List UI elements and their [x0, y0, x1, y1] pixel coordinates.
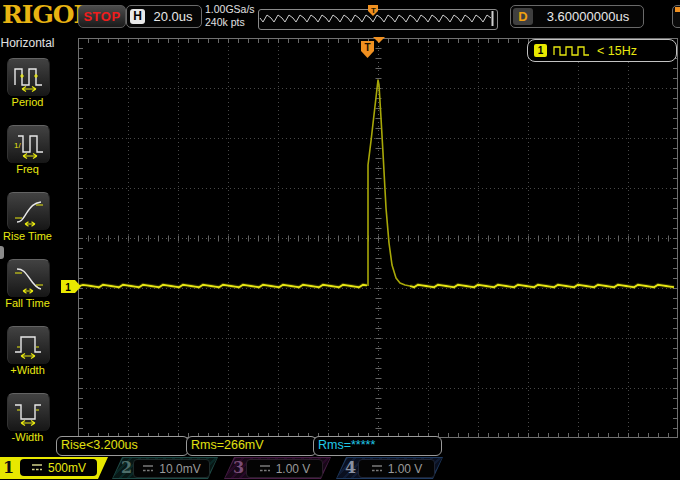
- channel-3-scale: 1.00 V: [276, 462, 311, 476]
- menu-button-rise-time[interactable]: [7, 192, 50, 230]
- menu-button-fall-time[interactable]: [7, 259, 50, 297]
- channel-1-scale-box: 500mV: [20, 459, 97, 476]
- h-badge: H: [130, 9, 145, 24]
- channel-1-number: 1: [3, 457, 14, 479]
- menu-button-plus-width[interactable]: [7, 326, 50, 364]
- channel-4-number: 4: [345, 457, 356, 479]
- channel-3-number: 3: [233, 457, 244, 479]
- oscilloscope-screen: RIGOL STOP H 20.0us 1.00GSa/s 240k pts T…: [0, 0, 680, 480]
- rise-time-icon: [13, 197, 45, 227]
- menu-label-minus-width: -Width: [0, 431, 55, 443]
- dc-coupling-icon: [371, 464, 383, 473]
- menu-label-fall-time: Fall Time: [0, 297, 55, 309]
- delay-value: 3.60000000us: [533, 9, 643, 24]
- channel1-waveform: [78, 38, 678, 438]
- timebase-box: H 20.0us: [126, 5, 202, 28]
- run-state-badge[interactable]: STOP: [78, 5, 126, 28]
- t-letter: T: [364, 42, 370, 53]
- menu-label-rise-time: Rise Time: [0, 230, 55, 242]
- trigger-info-badge-partial: [675, 7, 680, 12]
- menu-label-freq: Freq: [0, 163, 55, 175]
- timebase-value: 20.0us: [145, 9, 201, 24]
- freq-value: < 15Hz: [597, 44, 637, 58]
- channel-2-scale: 10.0mV: [159, 462, 200, 476]
- memory-depth: 240k pts: [205, 16, 255, 29]
- menu-button-period[interactable]: [7, 58, 50, 96]
- minus-width-icon: [13, 398, 45, 428]
- channel-4-scale-box: 1.00 V: [358, 459, 435, 478]
- svg-text:1/: 1/: [14, 141, 21, 150]
- measurement-rms1: Rms=266mV: [186, 436, 317, 456]
- rigol-logo: RIGOL: [2, 0, 90, 29]
- period-icon: [13, 63, 45, 93]
- menu-label-plus-width: +Width: [0, 364, 55, 376]
- sample-rate: 1.00GSa/s: [205, 3, 255, 16]
- channel-4-scale: 1.00 V: [388, 462, 423, 476]
- trigger-t-marker[interactable]: T: [361, 41, 376, 59]
- d-badge: D: [513, 8, 533, 25]
- trigger-position-mini-marker: T: [368, 4, 379, 17]
- menu-button-freq[interactable]: 1/: [7, 125, 50, 163]
- channel-1-scale: 500mV: [48, 461, 86, 475]
- measurement-rise: Rise<3.200us: [56, 436, 189, 456]
- channel1-ground-marker[interactable]: 1: [60, 280, 82, 294]
- freq-icon: 1/: [13, 130, 45, 160]
- menu-title: Horizontal: [0, 36, 55, 50]
- fall-time-icon: [13, 264, 45, 294]
- plus-width-icon: [13, 331, 45, 361]
- menu-button-minus-width[interactable]: [7, 393, 50, 431]
- channel-2-scale-box: 10.0mV: [133, 459, 210, 478]
- delay-box: D 3.60000000us: [510, 5, 644, 28]
- freq-channel-badge: 1: [534, 44, 547, 57]
- ground-marker-number: 1: [65, 282, 71, 293]
- channel-3-scale-box: 1.00 V: [246, 459, 323, 478]
- dc-coupling-icon: [259, 464, 271, 473]
- channel-2-number: 2: [121, 457, 132, 479]
- menu-label-period: Period: [0, 96, 55, 108]
- dc-coupling-icon: [31, 463, 43, 472]
- menu-page-tab: [0, 246, 4, 259]
- frequency-counter: 1 < 15Hz: [527, 39, 677, 62]
- square-wave-icon: [553, 44, 591, 57]
- mini-t-letter: T: [371, 6, 376, 15]
- dc-coupling-icon: [142, 464, 154, 473]
- measurement-rms2: Rms=*****: [313, 436, 442, 456]
- acquisition-info: 1.00GSa/s 240k pts: [205, 3, 255, 29]
